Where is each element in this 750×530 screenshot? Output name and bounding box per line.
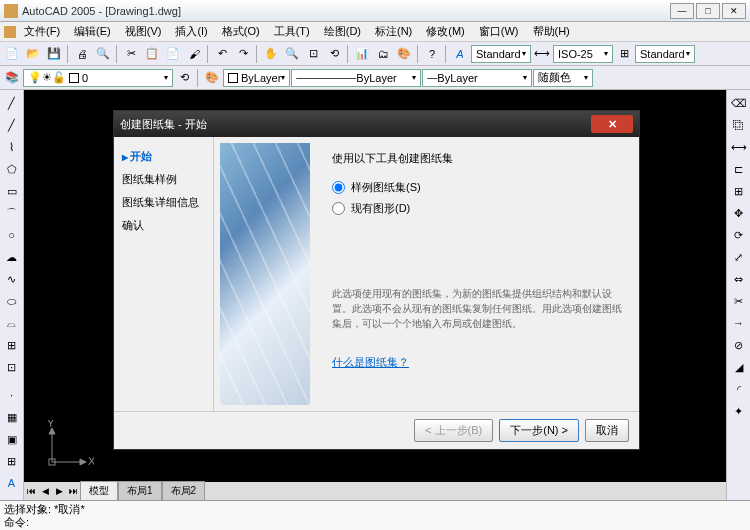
array-icon[interactable]: ⊞	[729, 181, 749, 201]
menu-modify[interactable]: 修改(M)	[420, 22, 471, 41]
color-icon[interactable]: 🎨	[202, 68, 222, 88]
dialog-close-button[interactable]: ✕	[591, 115, 633, 133]
tab-next-icon[interactable]: ▶	[52, 484, 66, 498]
open-icon[interactable]: 📂	[23, 44, 43, 64]
nav-begin[interactable]: 开始	[120, 145, 207, 168]
line-icon[interactable]: ╱	[2, 93, 22, 113]
spline-icon[interactable]: ∿	[2, 269, 22, 289]
move-icon[interactable]: ✥	[729, 203, 749, 223]
dialog-titlebar[interactable]: 创建图纸集 - 开始 ✕	[114, 111, 639, 137]
menu-window[interactable]: 窗口(W)	[473, 22, 525, 41]
menu-tools[interactable]: 工具(T)	[268, 22, 316, 41]
scale-icon[interactable]: ⤢	[729, 247, 749, 267]
mirror-icon[interactable]: ⟷	[729, 137, 749, 157]
pline-icon[interactable]: ⌇	[2, 137, 22, 157]
nav-example[interactable]: 图纸集样例	[120, 168, 207, 191]
radio-existing-dwg[interactable]: 现有图形(D)	[332, 201, 623, 216]
radio-example-set[interactable]: 样例图纸集(S)	[332, 180, 623, 195]
hatch-icon[interactable]: ▦	[2, 407, 22, 427]
undo-icon[interactable]: ↶	[212, 44, 232, 64]
next-button[interactable]: 下一步(N) >	[499, 419, 579, 442]
layer-combo[interactable]: 💡 ☀ 🔓 0▾	[23, 69, 173, 87]
fillet-icon[interactable]: ◜	[729, 379, 749, 399]
extend-icon[interactable]: →	[729, 313, 749, 333]
maximize-button[interactable]: □	[696, 3, 720, 19]
dc-icon[interactable]: 🗂	[373, 44, 393, 64]
stretch-icon[interactable]: ⇔	[729, 269, 749, 289]
erase-icon[interactable]: ⌫	[729, 93, 749, 113]
revcloud-icon[interactable]: ☁	[2, 247, 22, 267]
new-icon[interactable]: 📄	[2, 44, 22, 64]
zoom-prev-icon[interactable]: ⟲	[324, 44, 344, 64]
polygon-icon[interactable]: ⬠	[2, 159, 22, 179]
zoom-icon[interactable]: 🔍	[282, 44, 302, 64]
trim-icon[interactable]: ✂	[729, 291, 749, 311]
mtext-icon[interactable]: A	[2, 473, 22, 493]
chamfer-icon[interactable]: ◢	[729, 357, 749, 377]
layer-mgr-icon[interactable]: 📚	[2, 68, 22, 88]
rotate-icon[interactable]: ⟳	[729, 225, 749, 245]
properties-icon[interactable]: 📊	[352, 44, 372, 64]
make-block-icon[interactable]: ⊡	[2, 357, 22, 377]
table-style-icon[interactable]: ⊞	[614, 44, 634, 64]
tool-palette-icon[interactable]: 🎨	[394, 44, 414, 64]
redo-icon[interactable]: ↷	[233, 44, 253, 64]
table-icon[interactable]: ⊞	[2, 451, 22, 471]
menu-insert[interactable]: 插入(I)	[169, 22, 213, 41]
menu-dim[interactable]: 标注(N)	[369, 22, 418, 41]
rectangle-icon[interactable]: ▭	[2, 181, 22, 201]
cut-icon[interactable]: ✂	[121, 44, 141, 64]
command-line[interactable]: 选择对象: *取消* 命令:	[0, 500, 750, 530]
print-icon[interactable]: 🖨	[72, 44, 92, 64]
tab-last-icon[interactable]: ⏭	[66, 484, 80, 498]
tab-prev-icon[interactable]: ◀	[38, 484, 52, 498]
region-icon[interactable]: ▣	[2, 429, 22, 449]
match-icon[interactable]: 🖌	[184, 44, 204, 64]
help-icon[interactable]: ?	[422, 44, 442, 64]
text-style-icon[interactable]: A	[450, 44, 470, 64]
arc-icon[interactable]: ⌒	[2, 203, 22, 223]
table-style-combo[interactable]: Standard▾	[635, 45, 695, 63]
nav-confirm[interactable]: 确认	[120, 214, 207, 237]
insert-block-icon[interactable]: ⊞	[2, 335, 22, 355]
menu-draw[interactable]: 绘图(D)	[318, 22, 367, 41]
cancel-button[interactable]: 取消	[585, 419, 629, 442]
text-style-combo[interactable]: Standard▾	[471, 45, 531, 63]
preview-icon[interactable]: 🔍	[93, 44, 113, 64]
copy-icon[interactable]: 📋	[142, 44, 162, 64]
break-icon[interactable]: ⊘	[729, 335, 749, 355]
layer-prev-icon[interactable]: ⟲	[174, 68, 194, 88]
plotstyle-combo[interactable]: 随颜色▾	[533, 69, 593, 87]
paste-icon[interactable]: 📄	[163, 44, 183, 64]
color-combo[interactable]: ByLayer▾	[223, 69, 290, 87]
lineweight-combo[interactable]: — ByLayer▾	[422, 69, 532, 87]
minimize-button[interactable]: —	[670, 3, 694, 19]
menu-help[interactable]: 帮助(H)	[527, 22, 576, 41]
menu-view[interactable]: 视图(V)	[119, 22, 168, 41]
offset-icon[interactable]: ⊏	[729, 159, 749, 179]
radio-existing-input[interactable]	[332, 202, 345, 215]
tab-model[interactable]: 模型	[80, 481, 118, 501]
tab-layout2[interactable]: 布局2	[162, 481, 206, 501]
menu-file[interactable]: 文件(F)	[18, 22, 66, 41]
tab-first-icon[interactable]: ⏮	[24, 484, 38, 498]
explode-icon[interactable]: ✦	[729, 401, 749, 421]
close-button[interactable]: ✕	[722, 3, 746, 19]
back-button[interactable]: < 上一步(B)	[414, 419, 493, 442]
copy-obj-icon[interactable]: ⿻	[729, 115, 749, 135]
dim-style-combo[interactable]: ISO-25▾	[553, 45, 613, 63]
linetype-combo[interactable]: —————— ByLayer▾	[291, 69, 421, 87]
menu-format[interactable]: 格式(O)	[216, 22, 266, 41]
whatis-link[interactable]: 什么是图纸集？	[332, 355, 409, 370]
zoom-window-icon[interactable]: ⊡	[303, 44, 323, 64]
circle-icon[interactable]: ○	[2, 225, 22, 245]
nav-detail[interactable]: 图纸集详细信息	[120, 191, 207, 214]
ellipse-icon[interactable]: ⬭	[2, 291, 22, 311]
xline-icon[interactable]: ╱	[2, 115, 22, 135]
dim-style-icon[interactable]: ⟷	[532, 44, 552, 64]
menu-edit[interactable]: 编辑(E)	[68, 22, 117, 41]
ellipse-arc-icon[interactable]: ⌓	[2, 313, 22, 333]
point-icon[interactable]: ·	[2, 385, 22, 405]
radio-example-input[interactable]	[332, 181, 345, 194]
tab-layout1[interactable]: 布局1	[118, 481, 162, 501]
